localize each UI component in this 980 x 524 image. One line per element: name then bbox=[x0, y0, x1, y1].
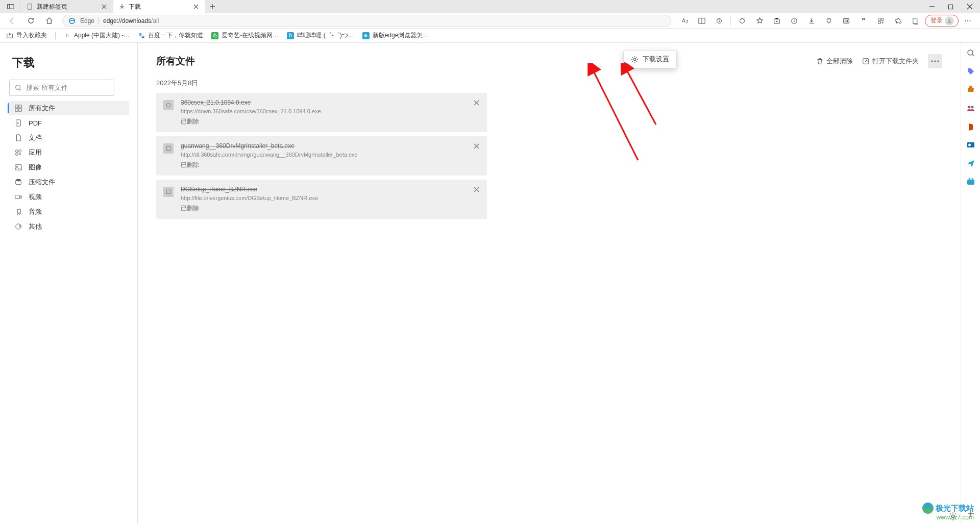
bookmark-baidu[interactable]: 🐾 百度一下，你就知道 bbox=[138, 31, 203, 40]
main-panel: 所有文件 全部清除 打开下载文件夹 下载设置 2022年5月8日 bbox=[138, 43, 961, 524]
svg-point-41 bbox=[633, 58, 636, 61]
people-icon[interactable] bbox=[966, 103, 976, 113]
cat-archives[interactable]: 压缩文件 bbox=[8, 175, 129, 189]
cat-all[interactable]: 所有文件 bbox=[8, 101, 129, 115]
download-item[interactable]: DGSetup_Home_BZNR.exe http://file.driver… bbox=[156, 180, 487, 219]
cat-label: PDF bbox=[29, 119, 42, 127]
svg-rect-52 bbox=[967, 180, 974, 185]
paw-icon: 🐾 bbox=[138, 32, 145, 39]
download-url: https://down.360safe.com/cse/360csex_21.… bbox=[181, 108, 480, 114]
send-icon[interactable] bbox=[966, 158, 976, 168]
favorites-icon[interactable] bbox=[751, 14, 768, 28]
bilibili-icon[interactable] bbox=[966, 177, 976, 187]
search-placeholder: 搜索 所有文件 bbox=[26, 83, 68, 92]
collections-icon[interactable] bbox=[769, 14, 785, 28]
bookmark-import[interactable]: 导入收藏夹 bbox=[6, 31, 47, 40]
date-label: 2022年5月8日 bbox=[156, 79, 942, 88]
address-bar[interactable]: Edge edge://downloads/all bbox=[62, 15, 671, 27]
screenshot-icon[interactable] bbox=[838, 14, 854, 28]
download-name: 360csex_21.0.1094.0.exe bbox=[181, 99, 480, 106]
svg-text:P: P bbox=[17, 122, 19, 125]
svg-rect-2 bbox=[28, 4, 32, 10]
login-button[interactable]: 登录 bbox=[925, 15, 959, 27]
download-name: guanwang__360DrvMgrInstaller_beta.exe bbox=[181, 142, 480, 149]
svg-point-40 bbox=[938, 61, 939, 62]
svg-rect-11 bbox=[844, 18, 849, 23]
clear-all-button[interactable]: 全部清除 bbox=[816, 57, 853, 66]
more-options-button[interactable] bbox=[928, 54, 942, 68]
refresh-button[interactable] bbox=[22, 14, 39, 28]
download-url: http://file.drivergenius.com/DGSetup_Hom… bbox=[181, 195, 480, 201]
cat-video[interactable]: 视频 bbox=[8, 190, 129, 204]
svg-rect-43 bbox=[166, 146, 170, 151]
svg-rect-0 bbox=[8, 5, 14, 9]
avatar-icon bbox=[945, 16, 954, 26]
download-settings-popup[interactable]: 下载设置 bbox=[623, 50, 677, 68]
refresh-wheel-icon[interactable] bbox=[734, 14, 750, 28]
cat-images[interactable]: 图像 bbox=[8, 160, 129, 174]
tab-actions-icon[interactable] bbox=[4, 0, 17, 13]
image-icon bbox=[14, 163, 22, 171]
download-item[interactable]: 360csex_21.0.1094.0.exe https://down.360… bbox=[156, 93, 487, 132]
svg-point-22 bbox=[16, 85, 20, 90]
svg-rect-15 bbox=[878, 21, 880, 23]
maximize-button[interactable] bbox=[941, 0, 960, 13]
cat-audio[interactable]: 音频 bbox=[8, 205, 129, 219]
extensions-icon[interactable] bbox=[890, 14, 906, 28]
audio-icon bbox=[14, 208, 22, 216]
close-icon[interactable] bbox=[100, 3, 108, 11]
tab-title: 下载 bbox=[129, 3, 189, 11]
tab-new[interactable]: 新建标签页 bbox=[21, 0, 113, 13]
downloads-icon[interactable] bbox=[803, 14, 820, 28]
remove-download-button[interactable] bbox=[472, 98, 481, 107]
close-window-button[interactable] bbox=[960, 0, 980, 13]
reader-icon[interactable] bbox=[908, 14, 924, 28]
download-name: DGSetup_Home_BZNR.exe bbox=[181, 186, 480, 193]
open-folder-button[interactable]: 打开下载文件夹 bbox=[862, 57, 919, 66]
read-aloud-icon[interactable]: Aᴐ bbox=[676, 14, 693, 28]
tab-downloads[interactable]: 下载 bbox=[113, 0, 205, 13]
download-item[interactable]: guanwang__360DrvMgrInstaller_beta.exe ht… bbox=[156, 136, 487, 176]
cat-other[interactable]: 其他 bbox=[8, 219, 129, 234]
history-icon[interactable] bbox=[786, 14, 802, 28]
cat-pdf[interactable]: PPDF bbox=[8, 116, 129, 130]
search-input[interactable]: 搜索 所有文件 bbox=[9, 80, 114, 96]
minimize-button[interactable] bbox=[923, 0, 941, 13]
remove-download-button[interactable] bbox=[472, 141, 481, 151]
cat-apps[interactable]: 应用 bbox=[8, 145, 129, 160]
svg-rect-26 bbox=[19, 109, 21, 111]
tracking-icon[interactable] bbox=[711, 14, 727, 28]
office-icon[interactable] bbox=[966, 121, 976, 132]
bookmark-iqiyi[interactable]: 奇 爱奇艺-在线视频网… bbox=[211, 31, 279, 40]
home-button[interactable] bbox=[41, 14, 57, 28]
search-icon[interactable] bbox=[966, 48, 976, 58]
quote-icon[interactable]: ❞ bbox=[855, 14, 872, 28]
cat-docs[interactable]: 文档 bbox=[8, 131, 129, 145]
menu-icon[interactable] bbox=[960, 14, 976, 28]
page-icon: ★ bbox=[362, 32, 370, 39]
bookmark-bilibili[interactable]: b 哔哩哔哩 (゜-゜)つ… bbox=[287, 31, 354, 40]
cat-label: 图像 bbox=[29, 163, 42, 172]
apps-icon[interactable] bbox=[873, 14, 889, 28]
bookmark-label: Apple (中国大陆) -… bbox=[74, 31, 130, 40]
download-icon bbox=[118, 3, 126, 10]
other-icon bbox=[14, 222, 22, 231]
bookmark-apple[interactable]:  Apple (中国大陆) -… bbox=[64, 31, 130, 40]
heart-icon[interactable] bbox=[821, 14, 837, 28]
svg-rect-13 bbox=[878, 18, 880, 20]
bookmark-label: 新版edge浏览器怎… bbox=[373, 31, 429, 40]
shopping-icon[interactable] bbox=[966, 85, 976, 95]
bookmarks-bar: 导入收藏夹  Apple (中国大陆) -… 🐾 百度一下，你就知道 奇 爱奇… bbox=[0, 29, 980, 43]
iqiyi-icon: 奇 bbox=[211, 32, 218, 39]
outlook-icon[interactable] bbox=[966, 140, 976, 150]
back-button[interactable] bbox=[4, 14, 20, 28]
trash-icon bbox=[816, 58, 823, 65]
remove-download-button[interactable] bbox=[472, 185, 481, 194]
new-tab-button[interactable] bbox=[205, 0, 219, 13]
close-icon[interactable] bbox=[192, 3, 200, 11]
svg-rect-44 bbox=[166, 190, 170, 194]
tab-strip: 新建标签页 下载 bbox=[0, 0, 923, 13]
tag-icon[interactable] bbox=[966, 66, 976, 77]
split-screen-icon[interactable] bbox=[694, 14, 710, 28]
bookmark-edge-guide[interactable]: ★ 新版edge浏览器怎… bbox=[362, 31, 429, 40]
